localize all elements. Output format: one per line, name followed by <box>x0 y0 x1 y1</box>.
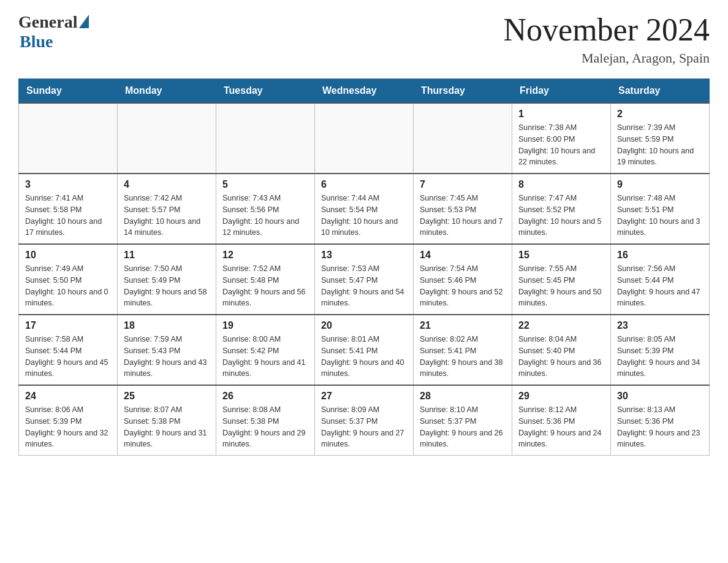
day-info: Sunrise: 8:12 AM Sunset: 5:36 PM Dayligh… <box>518 404 604 450</box>
day-number: 23 <box>617 320 703 331</box>
month-title: November 2024 <box>504 12 710 47</box>
day-info: Sunrise: 7:38 AM Sunset: 6:00 PM Dayligh… <box>518 122 604 168</box>
calendar-cell-w3-d5: 14Sunrise: 7:54 AM Sunset: 5:46 PM Dayli… <box>414 244 512 315</box>
day-number: 9 <box>617 179 703 190</box>
day-number: 8 <box>518 179 604 190</box>
calendar-cell-w4-d4: 20Sunrise: 8:01 AM Sunset: 5:41 PM Dayli… <box>315 315 414 385</box>
calendar-week-1: 1Sunrise: 7:38 AM Sunset: 6:00 PM Daylig… <box>19 103 710 174</box>
day-info: Sunrise: 7:39 AM Sunset: 5:59 PM Dayligh… <box>617 122 703 168</box>
day-number: 30 <box>617 391 703 402</box>
calendar-cell-w2-d4: 6Sunrise: 7:44 AM Sunset: 5:54 PM Daylig… <box>315 174 414 244</box>
day-number: 15 <box>518 250 604 261</box>
day-number: 10 <box>25 250 111 261</box>
header-saturday: Saturday <box>611 79 710 104</box>
calendar-week-3: 10Sunrise: 7:49 AM Sunset: 5:50 PM Dayli… <box>19 244 710 315</box>
day-info: Sunrise: 7:48 AM Sunset: 5:51 PM Dayligh… <box>617 193 703 239</box>
day-number: 5 <box>222 179 308 190</box>
day-info: Sunrise: 7:43 AM Sunset: 5:56 PM Dayligh… <box>222 193 308 239</box>
logo: General Blue <box>18 12 89 52</box>
calendar-cell-w5-d2: 25Sunrise: 8:07 AM Sunset: 5:38 PM Dayli… <box>118 385 216 456</box>
day-number: 16 <box>617 250 703 261</box>
day-number: 7 <box>420 179 506 190</box>
calendar-cell-w1-d2 <box>118 103 216 174</box>
calendar-cell-w3-d2: 11Sunrise: 7:50 AM Sunset: 5:49 PM Dayli… <box>118 244 216 315</box>
day-info: Sunrise: 8:01 AM Sunset: 5:41 PM Dayligh… <box>321 334 407 380</box>
calendar-cell-w5-d1: 24Sunrise: 8:06 AM Sunset: 5:39 PM Dayli… <box>19 385 118 456</box>
calendar-cell-w2-d3: 5Sunrise: 7:43 AM Sunset: 5:56 PM Daylig… <box>216 174 315 244</box>
calendar-week-5: 24Sunrise: 8:06 AM Sunset: 5:39 PM Dayli… <box>19 385 710 456</box>
calendar-cell-w3-d3: 12Sunrise: 7:52 AM Sunset: 5:48 PM Dayli… <box>216 244 315 315</box>
logo-blue-text: Blue <box>20 32 53 52</box>
day-info: Sunrise: 7:41 AM Sunset: 5:58 PM Dayligh… <box>25 193 111 239</box>
header-friday: Friday <box>512 79 611 104</box>
day-info: Sunrise: 7:53 AM Sunset: 5:47 PM Dayligh… <box>321 263 407 309</box>
calendar-cell-w4-d3: 19Sunrise: 8:00 AM Sunset: 5:42 PM Dayli… <box>216 315 315 385</box>
day-number: 11 <box>124 250 210 261</box>
calendar-cell-w1-d3 <box>216 103 315 174</box>
calendar-table: Sunday Monday Tuesday Wednesday Thursday… <box>18 79 710 456</box>
day-number: 2 <box>617 109 703 120</box>
logo-triangle-icon <box>79 15 89 28</box>
day-info: Sunrise: 8:04 AM Sunset: 5:40 PM Dayligh… <box>518 334 604 380</box>
day-info: Sunrise: 8:07 AM Sunset: 5:38 PM Dayligh… <box>124 404 210 450</box>
calendar-cell-w2-d6: 8Sunrise: 7:47 AM Sunset: 5:52 PM Daylig… <box>512 174 611 244</box>
day-number: 18 <box>124 320 210 331</box>
calendar-cell-w2-d7: 9Sunrise: 7:48 AM Sunset: 5:51 PM Daylig… <box>611 174 710 244</box>
header-thursday: Thursday <box>414 79 512 104</box>
day-number: 27 <box>321 391 407 402</box>
title-section: November 2024 Malejan, Aragon, Spain <box>504 12 710 66</box>
day-info: Sunrise: 7:54 AM Sunset: 5:46 PM Dayligh… <box>420 263 506 309</box>
day-info: Sunrise: 7:52 AM Sunset: 5:48 PM Dayligh… <box>222 263 308 309</box>
day-number: 26 <box>222 391 308 402</box>
day-number: 14 <box>420 250 506 261</box>
logo-general-text: General <box>18 12 77 32</box>
header-sunday: Sunday <box>19 79 118 104</box>
day-number: 17 <box>25 320 111 331</box>
calendar-cell-w4-d7: 23Sunrise: 8:05 AM Sunset: 5:39 PM Dayli… <box>611 315 710 385</box>
calendar-cell-w1-d7: 2Sunrise: 7:39 AM Sunset: 5:59 PM Daylig… <box>611 103 710 174</box>
day-info: Sunrise: 7:42 AM Sunset: 5:57 PM Dayligh… <box>124 193 210 239</box>
day-info: Sunrise: 8:09 AM Sunset: 5:37 PM Dayligh… <box>321 404 407 450</box>
header-wednesday: Wednesday <box>315 79 414 104</box>
calendar-cell-w1-d6: 1Sunrise: 7:38 AM Sunset: 6:00 PM Daylig… <box>512 103 611 174</box>
day-info: Sunrise: 8:00 AM Sunset: 5:42 PM Dayligh… <box>222 334 308 380</box>
header-monday: Monday <box>118 79 216 104</box>
day-number: 28 <box>420 391 506 402</box>
day-number: 21 <box>420 320 506 331</box>
day-number: 22 <box>518 320 604 331</box>
day-number: 24 <box>25 391 111 402</box>
calendar-header-row: Sunday Monday Tuesday Wednesday Thursday… <box>19 79 710 104</box>
calendar-cell-w3-d1: 10Sunrise: 7:49 AM Sunset: 5:50 PM Dayli… <box>19 244 118 315</box>
day-info: Sunrise: 7:44 AM Sunset: 5:54 PM Dayligh… <box>321 193 407 239</box>
day-info: Sunrise: 8:05 AM Sunset: 5:39 PM Dayligh… <box>617 334 703 380</box>
header-tuesday: Tuesday <box>216 79 315 104</box>
calendar-cell-w4-d6: 22Sunrise: 8:04 AM Sunset: 5:40 PM Dayli… <box>512 315 611 385</box>
calendar-cell-w2-d1: 3Sunrise: 7:41 AM Sunset: 5:58 PM Daylig… <box>19 174 118 244</box>
calendar-week-2: 3Sunrise: 7:41 AM Sunset: 5:58 PM Daylig… <box>19 174 710 244</box>
day-number: 19 <box>222 320 308 331</box>
calendar-cell-w3-d4: 13Sunrise: 7:53 AM Sunset: 5:47 PM Dayli… <box>315 244 414 315</box>
day-number: 29 <box>518 391 604 402</box>
day-number: 25 <box>124 391 210 402</box>
calendar-cell-w5-d6: 29Sunrise: 8:12 AM Sunset: 5:36 PM Dayli… <box>512 385 611 456</box>
day-info: Sunrise: 7:50 AM Sunset: 5:49 PM Dayligh… <box>124 263 210 309</box>
day-info: Sunrise: 8:06 AM Sunset: 5:39 PM Dayligh… <box>25 404 111 450</box>
calendar-cell-w4-d5: 21Sunrise: 8:02 AM Sunset: 5:41 PM Dayli… <box>414 315 512 385</box>
day-number: 3 <box>25 179 111 190</box>
page-header: General Blue November 2024 Malejan, Arag… <box>18 12 710 66</box>
day-number: 12 <box>222 250 308 261</box>
calendar-cell-w1-d5 <box>414 103 512 174</box>
day-info: Sunrise: 7:47 AM Sunset: 5:52 PM Dayligh… <box>518 193 604 239</box>
day-number: 1 <box>518 109 604 120</box>
calendar-cell-w5-d7: 30Sunrise: 8:13 AM Sunset: 5:36 PM Dayli… <box>611 385 710 456</box>
day-info: Sunrise: 8:02 AM Sunset: 5:41 PM Dayligh… <box>420 334 506 380</box>
calendar-cell-w2-d5: 7Sunrise: 7:45 AM Sunset: 5:53 PM Daylig… <box>414 174 512 244</box>
calendar-week-4: 17Sunrise: 7:58 AM Sunset: 5:44 PM Dayli… <box>19 315 710 385</box>
day-info: Sunrise: 8:08 AM Sunset: 5:38 PM Dayligh… <box>222 404 308 450</box>
day-info: Sunrise: 7:56 AM Sunset: 5:44 PM Dayligh… <box>617 263 703 309</box>
calendar-cell-w5-d3: 26Sunrise: 8:08 AM Sunset: 5:38 PM Dayli… <box>216 385 315 456</box>
day-number: 4 <box>124 179 210 190</box>
day-info: Sunrise: 8:13 AM Sunset: 5:36 PM Dayligh… <box>617 404 703 450</box>
day-info: Sunrise: 7:49 AM Sunset: 5:50 PM Dayligh… <box>25 263 111 309</box>
day-info: Sunrise: 8:10 AM Sunset: 5:37 PM Dayligh… <box>420 404 506 450</box>
